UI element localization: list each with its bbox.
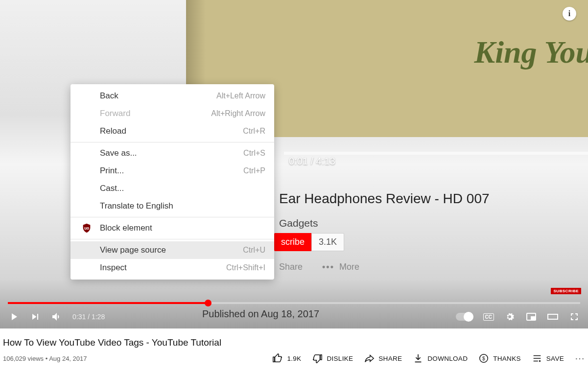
like-count: 1.9K	[287, 355, 301, 362]
download-button[interactable]: DOWNLOAD	[413, 353, 468, 364]
play-button[interactable]	[8, 311, 20, 323]
miniplayer-button[interactable]	[525, 311, 537, 323]
inner-video-time: 0:01 / 4:13	[289, 156, 335, 167]
save-label: SAVE	[546, 355, 564, 362]
svg-rect-2	[531, 317, 535, 319]
menu-item-label: Save as...	[100, 148, 137, 158]
svg-rect-3	[548, 314, 558, 319]
menu-item-shortcut: Ctrl+Shift+I	[226, 263, 265, 272]
subscribe-watermark[interactable]: SUBSCRIBE	[551, 288, 581, 294]
video-player[interactable]: King You 0:01 / 4:13 Ear Headphones Revi…	[0, 0, 588, 328]
inner-subscriber-count: 3.1K	[311, 233, 344, 251]
menu-item-shortcut: Ctrl+P	[243, 166, 265, 175]
action-bar: 1.9K DISLIKE SHARE DOWNLOAD $ THANKS SAV…	[272, 353, 585, 364]
menu-separator	[71, 217, 274, 217]
menu-separator	[71, 142, 274, 142]
menu-item-back[interactable]: BackAlt+Left Arrow	[71, 87, 274, 105]
menu-item-shortcut: Ctrl+U	[243, 246, 265, 255]
settings-button[interactable]	[504, 311, 516, 323]
player-controls: 0:31 / 1:28 CC	[0, 305, 588, 328]
menu-item-label: Block element	[100, 223, 152, 233]
dislike-button[interactable]: DISLIKE	[312, 353, 353, 364]
thanks-button[interactable]: $ THANKS	[478, 353, 521, 364]
menu-item-view-page-source[interactable]: View page sourceCtrl+U	[71, 241, 274, 259]
volume-button[interactable]	[51, 311, 63, 323]
inner-more-label: ••• More	[322, 262, 359, 272]
download-label: DOWNLOAD	[427, 355, 468, 362]
video-meta: How To View YouTube Video Tags - YouTube…	[0, 328, 588, 364]
inner-subscribe-button: scribe	[274, 233, 311, 251]
progress-bar[interactable]	[8, 302, 580, 304]
thanks-label: THANKS	[493, 355, 521, 362]
like-button[interactable]: 1.9K	[272, 353, 301, 364]
menu-item-label: Cast...	[100, 184, 124, 193]
svg-text:uo: uo	[84, 226, 89, 231]
menu-item-shortcut: Alt+Left Arrow	[216, 92, 265, 100]
menu-item-label: Forward	[100, 109, 130, 118]
menu-item-translate-to-english[interactable]: Translate to English	[71, 197, 274, 215]
menu-item-block-element[interactable]: uoBlock element	[71, 219, 274, 237]
captions-button[interactable]: CC	[483, 313, 494, 321]
more-actions-button[interactable]: ⋯	[575, 353, 585, 363]
browser-context-menu: BackAlt+Left ArrowForwardAlt+Right Arrow…	[71, 84, 274, 280]
inner-channel-name: Gadgets	[279, 217, 318, 229]
menu-item-save-as[interactable]: Save as...Ctrl+S	[71, 144, 274, 162]
inner-share-label: Share	[279, 262, 303, 272]
views-date: 106,029 views • Aug 24, 2017	[3, 355, 87, 362]
save-button[interactable]: SAVE	[532, 353, 564, 364]
share-label: SHARE	[378, 355, 402, 362]
inner-action-row: Share ••• More	[279, 262, 359, 272]
autoplay-toggle[interactable]	[456, 313, 473, 321]
menu-item-inspect[interactable]: InspectCtrl+Shift+I	[71, 259, 274, 277]
fullscreen-button[interactable]	[568, 311, 580, 323]
menu-item-shortcut: Alt+Right Arrow	[211, 109, 265, 118]
inner-brand-text: King You	[474, 34, 588, 70]
video-title: How To View YouTube Video Tags - YouTube…	[3, 337, 585, 348]
menu-item-forward: ForwardAlt+Right Arrow	[71, 105, 274, 122]
progress-played	[8, 302, 208, 304]
menu-separator	[71, 239, 274, 239]
menu-item-label: Inspect	[100, 263, 127, 273]
menu-item-label: Back	[100, 91, 118, 101]
menu-item-reload[interactable]: ReloadCtrl+R	[71, 122, 274, 140]
svg-text:$: $	[482, 356, 485, 361]
menu-item-label: View page source	[100, 245, 166, 255]
menu-item-print[interactable]: Print...Ctrl+P	[71, 162, 274, 180]
ublock-icon: uo	[81, 223, 92, 234]
menu-item-label: Reload	[100, 126, 126, 136]
info-card-icon[interactable]: i	[563, 7, 576, 21]
menu-item-label: Translate to English	[100, 201, 173, 211]
menu-item-cast[interactable]: Cast...	[71, 180, 274, 197]
inner-video-title: Ear Headphones Review - HD 007	[279, 191, 490, 207]
share-button[interactable]: SHARE	[364, 353, 402, 364]
next-button[interactable]	[29, 311, 41, 323]
menu-item-shortcut: Ctrl+R	[243, 127, 265, 136]
player-time: 0:31 / 1:28	[72, 313, 105, 321]
dislike-label: DISLIKE	[327, 355, 353, 362]
theater-mode-button[interactable]	[547, 311, 559, 323]
menu-item-label: Print...	[100, 166, 124, 176]
menu-item-shortcut: Ctrl+S	[243, 149, 265, 158]
